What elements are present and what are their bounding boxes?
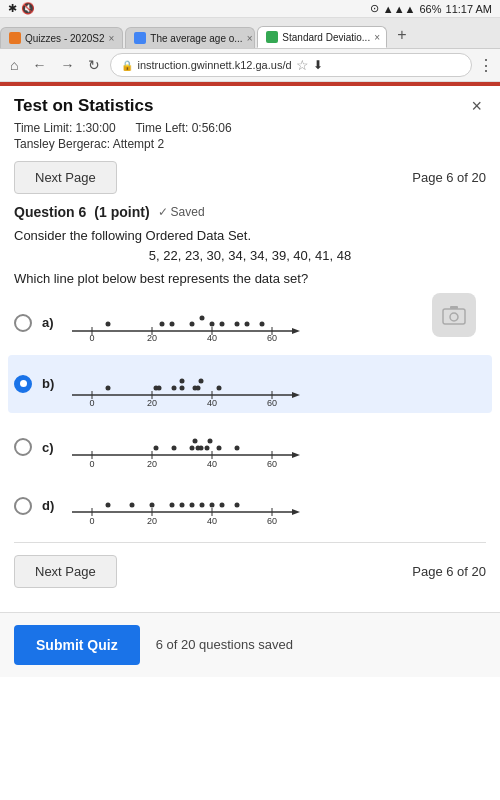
svg-text:40: 40 <box>207 333 217 343</box>
svg-marker-4 <box>292 328 300 334</box>
next-page-button-top[interactable]: Next Page <box>14 161 117 194</box>
svg-point-19 <box>220 321 225 326</box>
svg-text:60: 60 <box>267 516 277 526</box>
svg-text:0: 0 <box>89 516 94 526</box>
radio-c[interactable] <box>14 438 32 456</box>
browser-tabs: Quizzes - 2020S2 × The average age o... … <box>0 18 500 49</box>
time-limit-label: Time Limit: <box>14 121 72 135</box>
question-text: Consider the following Ordered Data Set.… <box>14 226 486 289</box>
new-tab-button[interactable]: + <box>389 22 414 48</box>
signal-icon: ▲▲▲ <box>383 3 416 15</box>
tab-close-quizzes[interactable]: × <box>109 33 115 44</box>
svg-point-38 <box>180 378 185 383</box>
svg-marker-64 <box>292 509 300 515</box>
svg-point-22 <box>260 321 265 326</box>
svg-point-16 <box>190 321 195 326</box>
question-points: (1 point) <box>94 204 149 220</box>
svg-text:60: 60 <box>267 398 277 408</box>
close-button[interactable]: × <box>467 96 486 117</box>
time-left-label: Time Left: <box>135 121 188 135</box>
answer-label-d: d) <box>42 498 56 513</box>
svg-point-13 <box>106 321 111 326</box>
bluetooth-icon: ✱ <box>8 2 17 15</box>
answer-label-c: c) <box>42 440 56 455</box>
svg-text:40: 40 <box>207 398 217 408</box>
svg-point-73 <box>106 502 111 507</box>
next-page-button-bottom[interactable]: Next Page <box>14 555 117 588</box>
svg-point-79 <box>200 502 205 507</box>
menu-button[interactable]: ⋮ <box>478 56 494 75</box>
radio-d[interactable] <box>14 497 32 515</box>
download-icon[interactable]: ⬇ <box>313 58 323 72</box>
question-number: Question 6 <box>14 204 86 220</box>
home-button[interactable]: ⌂ <box>6 55 22 75</box>
lineplot-b: 0 20 40 60 <box>62 359 486 409</box>
svg-point-20 <box>235 321 240 326</box>
svg-point-76 <box>170 502 175 507</box>
tab-stddev[interactable]: Standard Deviatio... × <box>257 26 387 48</box>
svg-text:20: 20 <box>147 516 157 526</box>
radio-a[interactable] <box>14 314 32 332</box>
svg-point-17 <box>200 315 205 320</box>
svg-text:60: 60 <box>267 333 277 343</box>
answer-label-b: b) <box>42 376 56 391</box>
svg-point-60 <box>208 438 213 443</box>
forward-button[interactable]: → <box>56 55 78 75</box>
radio-b[interactable] <box>14 375 32 393</box>
url-text: instruction.gwinnett.k12.ga.us/d <box>137 59 291 71</box>
lineplot-a: 0 20 40 60 <box>62 303 486 343</box>
wifi-icon: ⊙ <box>370 2 379 15</box>
tab-quizzes[interactable]: Quizzes - 2020S2 × <box>0 27 123 48</box>
bottom-nav-row: Next Page Page 6 of 20 <box>14 555 486 588</box>
saved-status: ✓ Saved <box>158 205 205 219</box>
page-indicator-bottom: Page 6 of 20 <box>412 564 486 579</box>
svg-point-58 <box>199 445 204 450</box>
lock-icon: 🔒 <box>121 60 133 71</box>
answer-row-b[interactable]: b) 0 20 40 60 <box>8 355 492 413</box>
status-icons-right: ⊙ ▲▲▲ 66% 11:17 AM <box>370 2 492 15</box>
svg-point-61 <box>217 445 222 450</box>
answer-row-a[interactable]: a) 0 20 40 60 <box>14 299 486 347</box>
svg-point-14 <box>160 321 165 326</box>
star-icon[interactable]: ☆ <box>296 57 309 73</box>
answer-row-c[interactable]: c) 0 20 40 60 <box>14 421 486 474</box>
svg-point-80 <box>210 502 215 507</box>
svg-point-59 <box>205 445 210 450</box>
submit-quiz-button[interactable]: Submit Quiz <box>14 625 140 665</box>
browser-navbar: ⌂ ← → ↻ 🔒 instruction.gwinnett.k12.ga.us… <box>0 49 500 82</box>
url-bar[interactable]: 🔒 instruction.gwinnett.k12.ga.us/d ☆ ⬇ <box>110 53 472 77</box>
svg-point-37 <box>180 385 185 390</box>
svg-text:20: 20 <box>147 333 157 343</box>
svg-point-55 <box>190 445 195 450</box>
svg-point-77 <box>180 502 185 507</box>
svg-point-42 <box>217 385 222 390</box>
page-indicator-top: Page 6 of 20 <box>412 170 486 185</box>
time-limit-value: 1:30:00 <box>76 121 116 135</box>
time-label: 11:17 AM <box>446 3 492 15</box>
svg-point-75 <box>150 502 155 507</box>
quiz-meta: Time Limit: 1:30:00 Time Left: 0:56:06 <box>14 121 486 135</box>
top-nav-row: Next Page Page 6 of 20 <box>14 161 486 194</box>
svg-point-56 <box>193 438 198 443</box>
quiz-student: Tansley Bergerac: Attempt 2 <box>14 137 486 151</box>
tab-average[interactable]: The average age o... × <box>125 27 255 48</box>
answer-row-d[interactable]: d) 0 20 40 60 <box>14 482 486 530</box>
back-button[interactable]: ← <box>28 55 50 75</box>
svg-text:20: 20 <box>147 459 157 469</box>
question-line1: Consider the following Ordered Data Set. <box>14 226 486 246</box>
tab-close-stddev[interactable]: × <box>374 32 380 43</box>
svg-point-53 <box>154 445 159 450</box>
quiz-title: Test on Statistics <box>14 96 154 116</box>
svg-point-21 <box>245 321 250 326</box>
tab-label-quizzes: Quizzes - 2020S2 <box>25 33 105 44</box>
divider <box>14 542 486 543</box>
tab-close-average[interactable]: × <box>247 33 253 44</box>
question-header: Question 6 (1 point) ✓ Saved <box>14 204 486 220</box>
submit-info: 6 of 20 questions saved <box>156 637 293 652</box>
refresh-button[interactable]: ↻ <box>84 55 104 75</box>
svg-text:40: 40 <box>207 459 217 469</box>
svg-point-33 <box>106 385 111 390</box>
svg-point-18 <box>210 321 215 326</box>
svg-text:60: 60 <box>267 459 277 469</box>
svg-point-82 <box>235 502 240 507</box>
